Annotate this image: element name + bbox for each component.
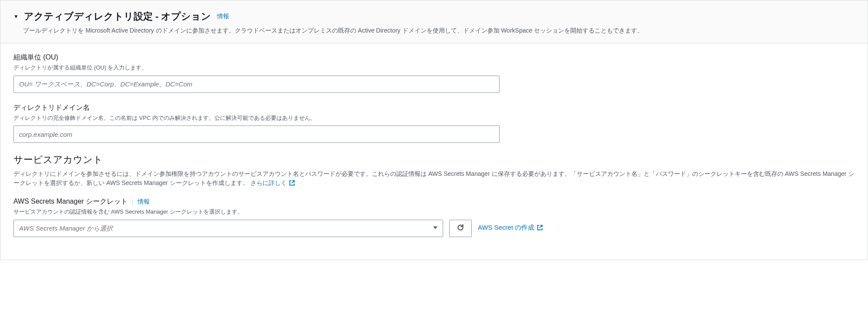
header-info-link[interactable]: 情報: [217, 12, 229, 21]
domain-field: ディレクトリドメイン名 ディレクトリの完全修飾ドメイン名。この名前は VPC 内…: [13, 102, 855, 143]
active-directory-panel: ▼ アクティブディレクトリ設定 - オプション 情報 プールディレクトリを Mi…: [0, 0, 868, 260]
secret-select-wrap: [13, 220, 443, 237]
secret-label: AWS Secrets Manager シークレット: [13, 196, 128, 207]
service-account-description: ディレクトリにドメインを参加させるには、ドメイン参加権限を持つアカウントのサービ…: [13, 169, 855, 188]
secret-hint: サービスアカウントの認証情報を含む AWS Secrets Manager シー…: [13, 208, 855, 216]
ou-input[interactable]: [13, 76, 500, 93]
learn-more-link[interactable]: さらに詳しく: [250, 179, 296, 186]
secret-select-row: AWS Secret の作成: [13, 220, 855, 237]
create-secret-text: AWS Secret の作成: [478, 224, 534, 231]
secret-select[interactable]: [13, 220, 443, 237]
refresh-icon: [457, 224, 464, 233]
panel-title: アクティブディレクトリ設定 - オプション: [24, 9, 211, 23]
panel-body: 組織単位 (OU) ディレクトリが属する組織単位 (OU) を入力します。 ディ…: [0, 43, 868, 260]
domain-label: ディレクトリドメイン名: [13, 102, 855, 113]
secret-field: AWS Secrets Manager シークレット | 情報 サービスアカウン…: [13, 196, 855, 237]
service-account-desc-text: ディレクトリにドメインを参加させるには、ドメイン参加権限を持つアカウントのサービ…: [13, 170, 854, 186]
external-link-icon: [537, 224, 543, 234]
external-link-icon: [289, 179, 295, 188]
ou-hint: ディレクトリが属する組織単位 (OU) を入力します。: [13, 63, 855, 72]
panel-header: ▼ アクティブディレクトリ設定 - オプション 情報 プールディレクトリを Mi…: [0, 0, 868, 43]
domain-input[interactable]: [13, 125, 500, 143]
service-account-title: サービスアカウント: [13, 152, 855, 167]
header-title-row: ▼ アクティブディレクトリ設定 - オプション 情報: [13, 9, 855, 23]
ou-field: 組織単位 (OU) ディレクトリが属する組織単位 (OU) を入力します。: [13, 52, 855, 93]
ou-label: 組織単位 (OU): [13, 52, 855, 63]
refresh-button[interactable]: [449, 220, 472, 237]
label-divider: |: [132, 197, 134, 206]
learn-more-text: さらに詳しく: [250, 179, 287, 186]
secret-label-row: AWS Secrets Manager シークレット | 情報: [13, 196, 855, 207]
domain-hint: ディレクトリの完全修飾ドメイン名。この名前は VPC 内でのみ解決されます。公に…: [13, 114, 855, 122]
create-secret-link[interactable]: AWS Secret の作成: [478, 223, 543, 234]
panel-description: プールディレクトリを Microsoft Active Directory のド…: [23, 26, 855, 35]
service-account-section: サービスアカウント ディレクトリにドメインを参加させるには、ドメイン参加権限を持…: [13, 152, 855, 237]
collapse-caret-icon[interactable]: ▼: [13, 13, 19, 20]
secret-info-link[interactable]: 情報: [138, 197, 150, 206]
